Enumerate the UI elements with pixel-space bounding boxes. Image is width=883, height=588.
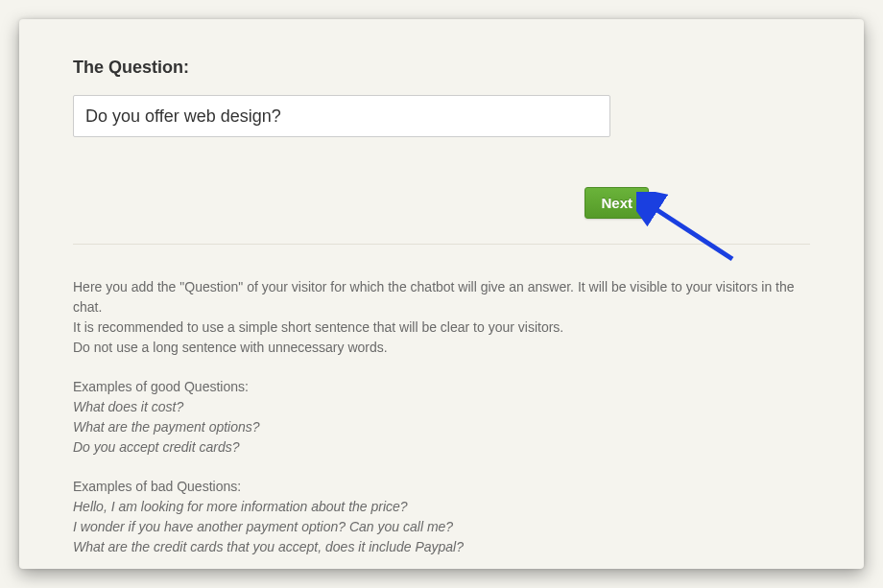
bad-example: I wonder if you have another payment opt… <box>73 517 810 537</box>
good-examples-label: Examples of good Questions: <box>73 377 810 397</box>
form-card: The Question: Next Here you add the "Que… <box>19 19 864 569</box>
help-text: Here you add the "Question" of your visi… <box>73 277 810 557</box>
help-intro-line: Do not use a long sentence with unnecess… <box>73 338 810 358</box>
bad-example: What are the credit cards that you accep… <box>73 537 810 557</box>
bad-example: Hello, I am looking for more information… <box>73 497 810 517</box>
good-example: What does it cost? <box>73 397 810 417</box>
good-example: What are the payment options? <box>73 417 810 437</box>
question-input[interactable] <box>73 95 610 137</box>
section-title: The Question: <box>73 58 810 78</box>
help-intro-line: Here you add the "Question" of your visi… <box>73 277 810 318</box>
bad-examples-label: Examples of bad Questions: <box>73 477 810 497</box>
help-intro-line: It is recommended to use a simple short … <box>73 318 810 338</box>
good-example: Do you accept credit cards? <box>73 437 810 458</box>
action-row: Next <box>73 187 649 219</box>
next-button[interactable]: Next <box>585 187 649 219</box>
divider <box>73 244 810 245</box>
